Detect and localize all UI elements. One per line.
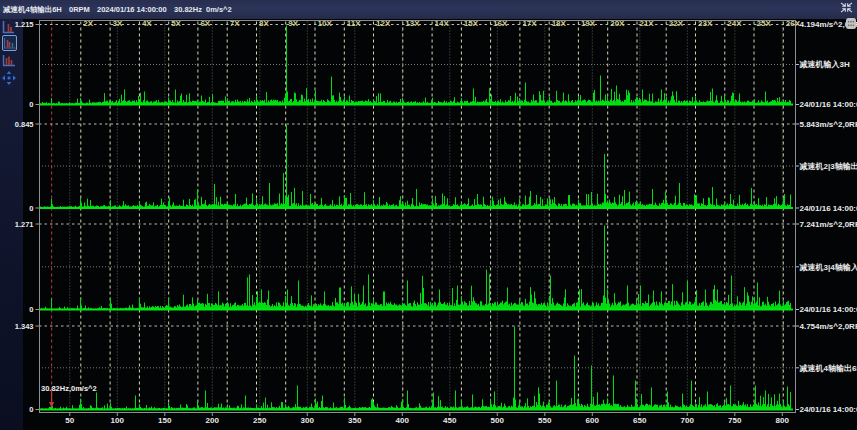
svg-text:减速机3|4轴输入5A: 减速机3|4轴输入5A [800, 263, 857, 272]
svg-text:750: 750 [728, 416, 742, 425]
svg-text:10X: 10X [318, 19, 333, 28]
svg-text:300: 300 [301, 416, 315, 425]
svg-text:24X: 24X [727, 19, 742, 28]
svg-text:0: 0 [29, 100, 33, 109]
svg-text:24/01/16 14:00:00: 24/01/16 14:00:00 [800, 405, 857, 414]
svg-text:400: 400 [396, 416, 410, 425]
svg-text:减速机2|3轴输出4V: 减速机2|3轴输出4V [800, 162, 857, 171]
svg-text:6X: 6X [200, 19, 210, 28]
svg-text:14X: 14X [435, 19, 450, 28]
svg-text:0.845: 0.845 [15, 120, 34, 129]
svg-text:17X: 17X [522, 19, 537, 28]
svg-text:21X: 21X [639, 19, 654, 28]
svg-text:2X: 2X [83, 19, 93, 28]
svg-text:9X: 9X [288, 19, 298, 28]
svg-text:350: 350 [348, 416, 362, 425]
svg-text:20X: 20X [610, 19, 625, 28]
svg-text:4.754m/s^2,0RPM: 4.754m/s^2,0RPM [800, 322, 857, 331]
svg-text:700: 700 [681, 416, 695, 425]
svg-text:4X: 4X [142, 19, 152, 28]
svg-text:25X: 25X [757, 19, 772, 28]
svg-text:15X: 15X [464, 19, 479, 28]
svg-text:26X: 26X [786, 19, 801, 28]
svg-text:0: 0 [29, 204, 33, 213]
svg-text:23X: 23X [698, 19, 713, 28]
svg-text:550: 550 [538, 416, 552, 425]
svg-text:650: 650 [633, 416, 647, 425]
svg-text:5.843m/s^2,0RPM: 5.843m/s^2,0RPM [800, 120, 857, 129]
svg-text:18X: 18X [552, 19, 567, 28]
svg-text:600: 600 [586, 416, 600, 425]
svg-text:24/01/16 14:00:00: 24/01/16 14:00:00 [800, 305, 857, 314]
svg-text:150: 150 [158, 416, 172, 425]
svg-text:减速机4轴输出6H: 减速机4轴输出6H [800, 364, 857, 373]
svg-text:30.82Hz,0m/s^2: 30.82Hz,0m/s^2 [41, 384, 97, 393]
svg-text:12X: 12X [376, 19, 391, 28]
svg-text:5X: 5X [171, 19, 181, 28]
svg-text:13X: 13X [405, 19, 420, 28]
svg-text:1.343: 1.343 [15, 322, 34, 331]
svg-text:19X: 19X [581, 19, 596, 28]
svg-text:500: 500 [491, 416, 505, 425]
svg-text:22X: 22X [669, 19, 684, 28]
svg-text:0: 0 [29, 305, 33, 314]
svg-text:11X: 11X [347, 19, 361, 28]
svg-text:250: 250 [253, 416, 267, 425]
svg-text:24/01/16 14:00:00: 24/01/16 14:00:00 [800, 100, 857, 109]
svg-text:450: 450 [443, 416, 457, 425]
svg-text:减速机输入3H: 减速机输入3H [800, 60, 850, 69]
svg-text:100: 100 [111, 416, 125, 425]
svg-text:3X: 3X [113, 19, 123, 28]
svg-text:7X: 7X [230, 19, 240, 28]
svg-text:7.241m/s^2,0RPM: 7.241m/s^2,0RPM [800, 220, 857, 229]
svg-text:1.271: 1.271 [15, 220, 34, 229]
svg-text:0: 0 [29, 405, 33, 414]
svg-text:8X: 8X [259, 19, 269, 28]
svg-text:24/01/16 14:00:00: 24/01/16 14:00:00 [800, 204, 857, 213]
svg-text:16X: 16X [493, 19, 508, 28]
svg-text:50: 50 [65, 416, 74, 425]
svg-text:800: 800 [776, 416, 790, 425]
svg-text:1.215: 1.215 [15, 20, 34, 29]
svg-text:200: 200 [206, 416, 220, 425]
